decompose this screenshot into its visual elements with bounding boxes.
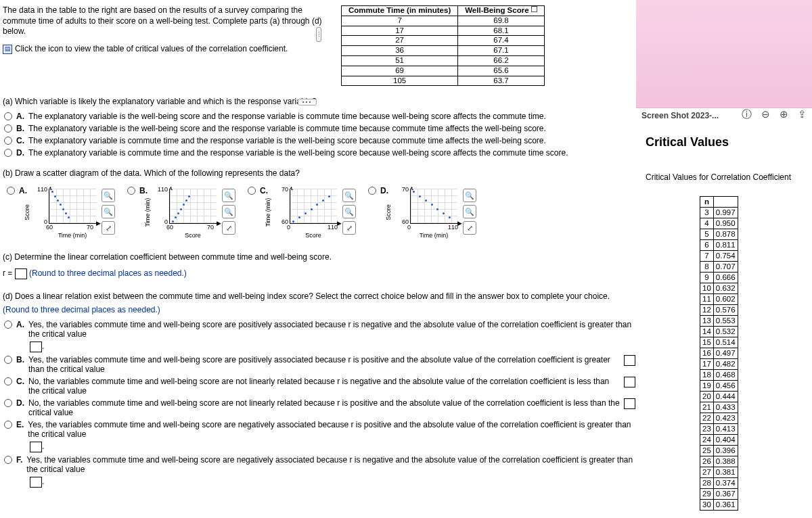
qd-round-note: (Round to three decimal places as needed… — [3, 305, 637, 314]
qd-prompt: (d) Does a linear relation exist between… — [3, 291, 637, 301]
opt-letter: F. — [16, 455, 22, 465]
table-row: 160.497 — [700, 348, 738, 359]
table-row: 50.878 — [700, 229, 738, 240]
table-row: 60.811 — [700, 240, 738, 251]
zoom-icon[interactable]: 🔍 — [463, 189, 476, 202]
qd-opt-a: Yes, the variables commute time and well… — [28, 320, 637, 339]
qb-radio-c[interactable] — [248, 187, 256, 195]
r-value-input[interactable] — [15, 268, 27, 279]
copy-icon[interactable] — [531, 6, 537, 12]
table-row: 10563.7 — [342, 76, 545, 86]
opt-letter: B. — [16, 355, 24, 364]
info-icon[interactable]: ⓘ — [742, 108, 752, 121]
zoom-icon[interactable]: 🔍 — [463, 205, 476, 218]
qa-opt-d: The explanatory variable is commute time… — [28, 148, 568, 158]
opt-letter: B. — [139, 186, 148, 195]
r-equals-label: r = — [3, 269, 12, 279]
zoom-icon[interactable]: 🔍 — [222, 205, 235, 218]
qd-radio-e[interactable] — [4, 421, 12, 429]
qb-radio-b[interactable] — [127, 187, 135, 195]
cv-head-n: n — [700, 197, 714, 208]
critical-values-link[interactable]: Click the icon to view the table of crit… — [15, 44, 288, 55]
scatter-plot-b: Time (min)▲▶11006070Score🔍🔍⤢ — [154, 186, 235, 239]
opt-letter: A. — [19, 186, 27, 195]
qd-radio-a[interactable] — [4, 321, 12, 329]
more-dots-icon[interactable]: ••• — [298, 99, 317, 105]
scatter-plot-a: Score▲▶11006070Time (min)🔍🔍⤢ — [34, 186, 115, 239]
qd-c-input[interactable] — [624, 377, 635, 387]
table-row: 260.388 — [700, 456, 738, 467]
qd-opt-e: Yes, the variables commute time and well… — [28, 420, 637, 439]
qd-radio-b[interactable] — [4, 356, 12, 364]
expand-icon[interactable]: ⤢ — [463, 221, 476, 235]
cv-head-blank — [713, 197, 738, 208]
table-row: 40.950 — [700, 218, 738, 229]
table-row: 130.553 — [700, 316, 738, 327]
opt-letter: A. — [16, 112, 24, 121]
opt-letter: A. — [16, 320, 24, 329]
qd-f-input[interactable] — [30, 477, 42, 488]
table-row: 140.532 — [700, 327, 738, 337]
qd-b-input[interactable] — [624, 355, 635, 366]
qb-radio-a[interactable] — [7, 187, 15, 195]
qb-radio-d[interactable] — [368, 187, 376, 195]
table-row: 200.444 — [700, 392, 738, 402]
qc-prompt: (c) Determine the linear correlation coe… — [3, 252, 637, 262]
table-row: 230.413 — [700, 424, 738, 435]
qc-round-note: (Round to three decimal places as needed… — [29, 269, 187, 279]
col-score: Well-Being Score — [458, 6, 545, 16]
zoom-icon[interactable]: 🔍 — [102, 205, 115, 218]
table-row: 3667.1 — [342, 46, 545, 56]
opt-letter: B. — [16, 124, 24, 133]
table-link-icon[interactable]: ▤ — [3, 45, 12, 54]
preview-thumbnail — [636, 0, 812, 108]
table-row: 769.8 — [342, 16, 545, 26]
qd-a-input[interactable] — [30, 342, 42, 352]
table-row: 6965.6 — [342, 66, 545, 76]
table-row: 220.423 — [700, 413, 738, 424]
preview-filename: Screen Shot 2023-... — [641, 111, 719, 120]
commute-data-table: Commute Time (in minutes) Well-Being Sco… — [341, 5, 545, 86]
expand-icon[interactable]: ⤢ — [222, 221, 235, 235]
resize-grip-icon[interactable]: ⋮ — [316, 27, 321, 42]
opt-letter: D. — [380, 186, 388, 195]
zoom-icon[interactable]: 🔍 — [342, 189, 356, 202]
qa-opt-b: The explanatory variable is the well-bei… — [28, 124, 546, 133]
table-row: 300.361 — [700, 500, 738, 511]
scatter-plot-c: Time (min)▲▶70600110Score🔍🔍⤢ — [275, 186, 356, 239]
zoom-icon[interactable]: 🔍 — [342, 205, 356, 218]
qd-d-input[interactable] — [624, 398, 635, 409]
critical-values-title: Critical Values — [646, 135, 729, 149]
qa-radio-b[interactable] — [4, 124, 12, 133]
qd-radio-d[interactable] — [4, 399, 12, 407]
qd-e-input[interactable] — [30, 442, 42, 452]
table-row: 270.381 — [700, 467, 738, 478]
table-row: 70.754 — [700, 251, 738, 262]
share-icon[interactable]: ⇪ — [798, 108, 807, 121]
table-row: 30.997 — [700, 208, 738, 218]
table-row: 100.632 — [700, 283, 738, 294]
zoom-out-icon[interactable]: ⊖ — [761, 108, 770, 121]
qa-opt-c: The explanatory variable is commute time… — [28, 136, 546, 145]
qd-radio-f[interactable] — [4, 456, 12, 464]
critical-values-table: n 30.99740.95050.87860.81170.75480.70790… — [700, 196, 738, 511]
opt-letter: C. — [16, 377, 24, 386]
qa-radio-c[interactable] — [4, 137, 12, 145]
zoom-icon[interactable]: 🔍 — [102, 189, 115, 202]
table-row: 250.396 — [700, 446, 738, 456]
expand-icon[interactable]: ⤢ — [342, 221, 356, 235]
table-row: 280.374 — [700, 478, 738, 489]
qa-opt-a: The explanatory variable is the well-bei… — [28, 112, 546, 121]
qd-radio-c[interactable] — [4, 377, 12, 385]
qa-radio-a[interactable] — [4, 112, 12, 120]
table-row: 80.707 — [700, 262, 738, 273]
zoom-in-icon[interactable]: ⊕ — [780, 108, 788, 121]
table-row: 290.367 — [700, 489, 738, 500]
expand-icon[interactable]: ⤢ — [102, 221, 115, 235]
qa-prompt: (a) Which variable is likely the explana… — [3, 97, 637, 106]
qa-radio-d[interactable] — [4, 149, 12, 157]
opt-letter: D. — [16, 148, 24, 158]
table-row: 150.514 — [700, 337, 738, 348]
opt-letter: D. — [16, 398, 24, 408]
zoom-icon[interactable]: 🔍 — [222, 189, 235, 202]
